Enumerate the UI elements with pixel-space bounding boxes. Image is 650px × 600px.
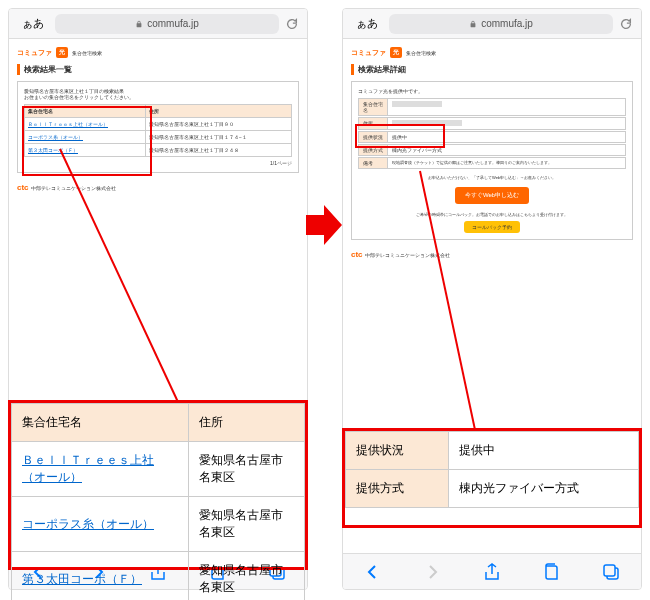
page-content-left: コミュファ光 集合住宅検索 検索結果一覧 愛知県名古屋市名東区上社１丁目の検索結…	[9, 39, 307, 349]
lock-icon	[469, 20, 477, 28]
browser-topbar: ぁあ commufa.jp	[343, 9, 641, 39]
zoom-panel-left: 集合住宅名住所 ＢｅｌｌＴｒｅｅｓ上社（オール）愛知県名古屋市名東区 コーポラス…	[8, 400, 308, 570]
svg-rect-3	[604, 565, 615, 576]
text-settings-button[interactable]: ぁあ	[17, 14, 49, 33]
zoom-table-right: 提供状況提供中 提供方式棟内光ファイバー方式	[345, 431, 639, 508]
table-row[interactable]: ＢｅｌｌＴｒｅｅｓ上社（オール）愛知県名古屋市名東区	[12, 442, 305, 497]
refresh-icon[interactable]	[619, 17, 633, 31]
page-content-right: コミュファ光 集合住宅検索 検索結果詳細 コミュファ光を提供中です。 集合住宅名…	[343, 39, 641, 349]
lock-icon	[135, 20, 143, 28]
table-row[interactable]: 第３太田コーポ（Ｆ）愛知県名古屋市名東区	[12, 552, 305, 601]
bookmarks-icon[interactable]	[542, 562, 562, 582]
callback-button[interactable]: コールバック予約	[464, 221, 520, 233]
url-bar[interactable]: commufa.jp	[389, 14, 613, 34]
logo-sub: 集合住宅検索	[72, 50, 102, 56]
back-icon[interactable]	[363, 562, 383, 582]
share-icon[interactable]	[482, 562, 502, 582]
tabs-icon[interactable]	[601, 562, 621, 582]
zoom-panel-right: 提供状況提供中 提供方式棟内光ファイバー方式	[342, 428, 642, 528]
ctc-company: 中部テレコミュニケーション株式会社	[31, 185, 116, 191]
zoom-table-left: 集合住宅名住所 ＢｅｌｌＴｒｅｅｓ上社（オール）愛知県名古屋市名東区 コーポラス…	[11, 403, 305, 600]
browser-topbar: ぁあ commufa.jp	[9, 9, 307, 39]
apply-button[interactable]: 今すぐWeb申し込む	[455, 187, 529, 204]
section-title: 検索結果一覧	[17, 64, 299, 75]
browser-bottombar	[343, 553, 641, 589]
logo-brand: コミュファ	[17, 48, 52, 58]
highlight-box	[22, 106, 152, 176]
ctc-logo: ctc	[17, 183, 29, 192]
url-bar[interactable]: commufa.jp	[55, 14, 279, 34]
url-text: commufa.jp	[147, 18, 199, 29]
logo-badge: 光	[56, 47, 68, 58]
search-note: 愛知県名古屋市名東区上社１丁目の検索結果 お住まいの集合住宅名をクリックしてくだ…	[24, 88, 292, 100]
refresh-icon[interactable]	[285, 17, 299, 31]
url-text: commufa.jp	[481, 18, 533, 29]
forward-icon	[422, 562, 442, 582]
arrow-icon	[306, 200, 342, 250]
logo: コミュファ光 集合住宅検索	[17, 47, 299, 58]
detail-note: コミュファ光を提供中です。	[358, 88, 626, 94]
logo: コミュファ光 集合住宅検索	[351, 47, 633, 58]
section-title: 検索結果詳細	[351, 64, 633, 75]
text-settings-button[interactable]: ぁあ	[351, 14, 383, 33]
highlight-box	[355, 124, 445, 148]
table-row[interactable]: コーポラス糸（オール）愛知県名古屋市名東区	[12, 497, 305, 552]
